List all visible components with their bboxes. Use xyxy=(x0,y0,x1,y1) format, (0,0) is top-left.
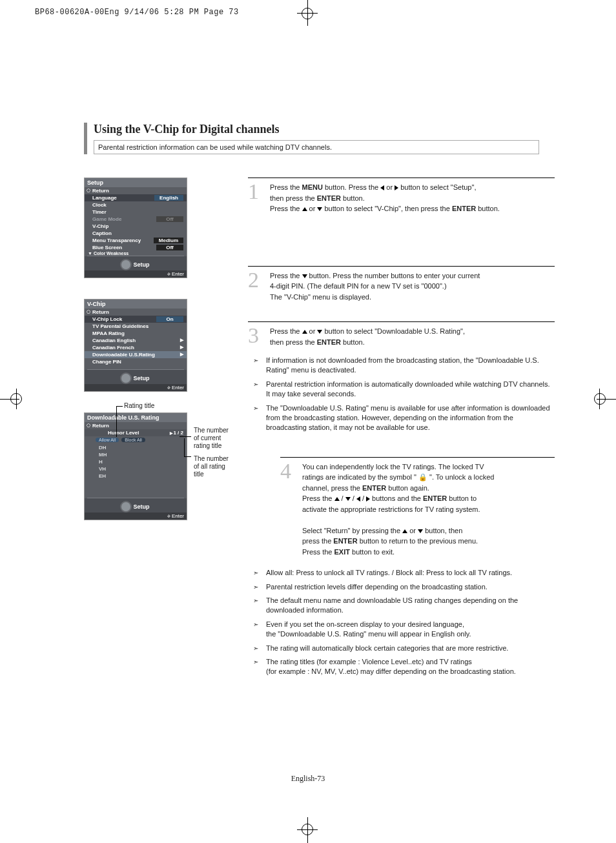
menu-foot: Setup xyxy=(85,256,187,270)
register-mark-top xyxy=(302,8,313,19)
menu-row: Game ModeOff xyxy=(85,216,187,223)
step-separator xyxy=(248,178,555,178)
down-arrow-icon xyxy=(317,207,322,211)
osd-menu-vchip: V-Chip Return V-Chip LockOn TV Parental … xyxy=(84,299,187,392)
title-accent xyxy=(84,123,87,154)
note: The default menu name and downloadable U… xyxy=(248,594,555,618)
chevron-right-icon: ▶ xyxy=(180,352,183,358)
menu-row: Canadian French▶ xyxy=(85,344,187,351)
osd-menu-setup: Setup Return LanguageEnglish Clock Timer… xyxy=(84,178,187,278)
anno-line xyxy=(184,438,185,456)
note: The rating will automatically block cert… xyxy=(248,642,555,655)
step-2: 2 Press the button. Press the number but… xyxy=(248,270,555,303)
menu-row: Caption xyxy=(85,230,187,237)
note-icon xyxy=(253,568,261,578)
down-arrow-icon xyxy=(302,274,307,278)
menu-row: LanguageEnglish xyxy=(85,194,187,201)
down-arrow-icon xyxy=(345,497,351,501)
rating-row: H xyxy=(85,458,187,465)
note: Parental restriction levels differ depen… xyxy=(248,580,555,594)
step-text: You can independently lock the TV rating… xyxy=(302,462,555,558)
menu-return: Return xyxy=(85,187,187,194)
menu-foot: Setup xyxy=(85,370,187,384)
up-arrow-icon xyxy=(402,529,407,533)
rating-header: Humor Level ▶1 / 2 xyxy=(85,429,187,436)
page-title: Using the V-Chip for Digital channels xyxy=(94,123,539,139)
right-arrow-icon xyxy=(395,185,398,190)
step-4: 4 You can independently lock the TV rati… xyxy=(280,462,555,558)
step-text: Press the button. Press the number butto… xyxy=(270,270,555,303)
menu-head: Setup xyxy=(85,178,187,187)
up-arrow-icon xyxy=(334,497,340,501)
left-arrow-icon xyxy=(356,496,360,502)
anno-line xyxy=(116,406,117,437)
note-icon xyxy=(253,596,261,616)
menu-enter: Enter xyxy=(85,513,187,520)
gear-icon xyxy=(121,374,130,383)
anno-num-all: The number of all rating title xyxy=(194,455,229,478)
step-number: 3 xyxy=(248,326,263,347)
note: The rating titles (for example : Violenc… xyxy=(248,655,555,679)
menu-enter: Enter xyxy=(85,384,187,391)
note: Even if you set the on-screen display to… xyxy=(248,618,555,642)
step-separator xyxy=(248,321,555,322)
note-icon xyxy=(253,644,261,653)
right-arrow-icon xyxy=(366,496,370,502)
menu-return: Return xyxy=(85,422,187,429)
page-number: English-73 xyxy=(0,774,616,784)
chevron-right-icon: ▶ xyxy=(180,338,183,343)
step-number: 2 xyxy=(248,270,263,303)
note-icon xyxy=(253,620,261,640)
allow-all-pill: Allow All xyxy=(96,438,119,442)
page-subtitle: Parental restriction information can be … xyxy=(94,140,539,154)
rating-row: DH xyxy=(85,444,187,451)
gear-icon xyxy=(121,502,130,511)
print-header: BP68-00620A-00Eng 9/14/06 5:28 PM Page 7… xyxy=(35,8,239,17)
step-separator xyxy=(280,457,555,458)
step-3: 3 Press the or button to select "Downloa… xyxy=(248,326,555,347)
menu-return: Return xyxy=(85,309,187,316)
menu-enter: Enter xyxy=(85,270,187,278)
note-icon xyxy=(253,403,261,433)
crosshair xyxy=(297,829,318,830)
anno-rating-title: Rating title xyxy=(124,402,154,410)
rating-row: EH xyxy=(85,472,187,480)
note: Parental restriction information is auto… xyxy=(248,378,555,401)
note-icon xyxy=(253,657,261,677)
menu-row: Change PIN xyxy=(85,358,187,365)
left-arrow-icon xyxy=(380,185,384,190)
menu-row: MPAA Rating xyxy=(85,330,187,337)
rating-row: MH xyxy=(85,451,187,458)
block-all-pill: Block All xyxy=(121,438,145,442)
osd-menu-downloadable: Rating title Downloadable U.S. Rating Re… xyxy=(84,412,232,520)
step-number: 4 xyxy=(280,462,296,558)
menu-row: V-Chip xyxy=(85,223,187,230)
menu-foot: Setup xyxy=(85,498,187,513)
menu-more: ▼ Color Weakness xyxy=(85,251,187,256)
step-1: 1 Press the MENU button. Press the or bu… xyxy=(248,182,555,214)
step-text: Press the MENU button. Press the or butt… xyxy=(270,182,555,214)
crosshair xyxy=(297,13,318,14)
anno-num-current: The number of current rating title xyxy=(194,427,229,450)
menu-row: Clock xyxy=(85,201,187,208)
menu-row: Blue ScreenOff xyxy=(85,244,187,251)
menu-head: Downloadable U.S. Rating xyxy=(85,413,187,422)
menu-row: Canadian English▶ xyxy=(85,337,187,344)
anno-line xyxy=(116,406,123,407)
note: The "Downloadable U.S. Rating" menu is a… xyxy=(248,401,555,435)
note-icon xyxy=(253,582,261,592)
anno-line xyxy=(180,436,191,437)
step-text: Press the or button to select "Downloada… xyxy=(270,326,555,347)
menu-head: V-Chip xyxy=(85,300,187,309)
up-arrow-icon xyxy=(302,207,307,211)
title-block: Using the V-Chip for Digital channels Pa… xyxy=(84,123,555,154)
note: If information is not downloaded from th… xyxy=(248,354,555,378)
up-arrow-icon xyxy=(302,330,307,334)
lock-icon: 🔒 xyxy=(418,473,427,481)
step-number: 1 xyxy=(248,182,263,214)
menu-row-highlight: Downloadable U.S.Rating▶ xyxy=(85,351,187,358)
down-arrow-icon xyxy=(317,330,322,334)
menu-row: Menu TransparencyMedium xyxy=(85,237,187,244)
note-icon xyxy=(253,356,261,376)
chevron-right-icon: ▶ xyxy=(180,345,183,350)
